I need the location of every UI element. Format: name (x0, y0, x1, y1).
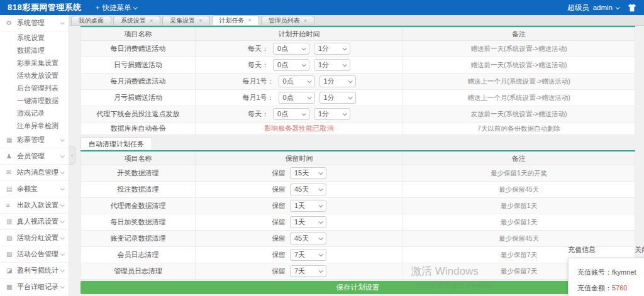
task-remark: 最少保留7天 (501, 267, 537, 275)
keep-days-select[interactable]: 7天 (290, 265, 326, 277)
task-name: 月亏损赠送活动 (114, 94, 162, 101)
minute-select[interactable]: 1分 (314, 59, 350, 71)
clean-table: 项目名称 保留时间 备注 开奖数据清理 保留 15天 最少保留1天的开奖 投注数… (80, 151, 635, 280)
sidebar-group-2[interactable]: ♟ 会员管理 (0, 148, 69, 165)
minute-select[interactable]: 1分 (314, 108, 350, 120)
task-name: 账变记录数据清理 (111, 234, 166, 242)
sidebar-item[interactable]: 数据清理 (0, 44, 69, 57)
sidebar-group-4[interactable]: ▤ 余额宝 (0, 181, 69, 197)
task-remark: 最少保留7天 (501, 251, 537, 258)
plan-panel: 项目名称 计划开始时间 备注 每日消费赠送活动 每天： 0点 1分 赠送前一天(… (80, 26, 635, 135)
sidebar-item[interactable]: 彩票采集设置 (0, 57, 69, 69)
minute-select[interactable]: 1分 (319, 75, 356, 87)
chevron-down-icon (307, 79, 311, 83)
task-remark: 最少保留1天的开奖 (491, 169, 547, 177)
keep-label: 保留 (272, 168, 286, 178)
sidebar-group-6[interactable]: ▥ 真人视讯设置 (0, 214, 69, 230)
plan-table-header-row: 项目名称 计划开始时间 备注 (81, 28, 635, 41)
chevron-down-icon (319, 219, 323, 224)
sidebar-item[interactable]: 注单异常检测 (0, 119, 69, 132)
chevron-down-icon (343, 62, 347, 67)
chevron-down-icon (319, 252, 323, 256)
theme-shirt-icon[interactable] (628, 4, 636, 12)
sidebar-item[interactable]: 游戏记录 (0, 107, 69, 119)
sidebar-collapse-handle[interactable]: ‹ (69, 146, 75, 165)
sidebar-group-5[interactable]: ≡ 出款入款设置 (0, 197, 69, 214)
save-plan-button[interactable]: 保存计划设置 (80, 281, 635, 294)
tab-bar: 我的桌面 系统设置 × 采集设置 × 计划任务 × 管理员列表 × (69, 15, 644, 26)
tab-0[interactable]: 我的桌面 (71, 16, 111, 25)
hour-select[interactable]: 0点 (273, 43, 309, 55)
tab-1[interactable]: 系统设置 × (113, 16, 160, 25)
keep-days-select[interactable]: 1天 (290, 200, 326, 212)
sidebar-item[interactable]: 系统设置 (0, 31, 69, 44)
recharge-popup-close-button[interactable]: 关闭 (635, 245, 644, 255)
yuebao-icon: ▤ (6, 185, 14, 192)
schedule-label: 每天： (248, 109, 269, 119)
sidebar-group-10[interactable]: ▩ 平台详细记录 (0, 279, 69, 295)
task-name: 开奖数据清理 (118, 169, 159, 177)
col-header-name: 项目名称 (81, 28, 196, 41)
close-icon[interactable]: × (304, 18, 307, 24)
close-icon[interactable]: × (150, 18, 153, 24)
keep-label: 保留 (272, 234, 286, 243)
minute-select[interactable]: 1分 (314, 43, 350, 55)
user-menu[interactable]: admin (593, 4, 619, 11)
table-row: 账变记录数据清理 保留 45天 最少保留45天 (81, 231, 635, 247)
chevron-down-icon (60, 268, 65, 272)
table-row: 代理下线会员投注返点发放 每天： 0点 1分 发放前一天(系统设置->赠送活动) (81, 106, 635, 123)
tab-3[interactable]: 计划任务 × (212, 15, 259, 25)
chevron-down-icon (319, 236, 323, 240)
hour-select[interactable]: 0点 (273, 108, 309, 120)
task-remark: 发放前一天(系统设置->赠送活动) (470, 110, 567, 118)
sidebar-item[interactable]: 活动发放设置 (0, 69, 69, 82)
close-icon[interactable]: × (248, 18, 252, 23)
keep-label: 保留 (272, 250, 286, 260)
tab-2[interactable]: 采集设置 × (162, 16, 209, 25)
keep-days-select[interactable]: 7天 (290, 249, 326, 261)
task-remark: 7天以前的备份数据自动删除 (477, 124, 560, 132)
hour-select[interactable]: 0点 (279, 75, 315, 87)
top-header: 818彩票网管理系统 + 快捷菜单 超级员 admin (0, 0, 644, 15)
sidebar-group-9[interactable]: ◪ 盈利亏损统计 (0, 263, 69, 279)
task-remark: 最少保留45天 (499, 234, 539, 242)
hour-select[interactable]: 0点 (273, 59, 309, 71)
keep-label: 保留 (272, 217, 286, 227)
sidebar-group-1[interactable]: ▦ 彩票管理 (0, 132, 69, 148)
task-name: 代理下线会员投注返点发放 (97, 110, 180, 118)
keep-days-select[interactable]: 45天 (290, 233, 326, 244)
task-remark: 赠送上一个月(系统设置->赠送活动) (467, 94, 570, 101)
schedule-label: 每天： (248, 44, 269, 53)
quick-menu-button[interactable]: + 快捷菜单 (96, 3, 137, 13)
minute-select[interactable]: 1分 (319, 92, 356, 104)
task-remark: 赠送前一天(系统设置->赠送活动) (470, 61, 567, 69)
sidebar-item[interactable]: 一键清理数据 (0, 94, 69, 107)
keep-label: 保留 (272, 201, 286, 211)
task-name: 每日加奖数据清理 (111, 218, 166, 226)
chevron-down-icon (133, 5, 138, 9)
keep-label: 保留 (272, 266, 286, 276)
chevron-down-icon (302, 46, 306, 50)
keep-days-select[interactable]: 1天 (290, 216, 326, 228)
backup-cancelled-notice[interactable]: 影响服务器性能已取消 (265, 124, 334, 132)
sidebar-item[interactable]: 后台管理列表 (0, 82, 69, 94)
chevron-down-icon (60, 153, 65, 158)
sidebar-group-0[interactable]: ⚙ 系统管理 (0, 15, 69, 31)
table-row: 月亏损赠送活动 每月1号： 0点 1分 赠送上一个月(系统设置->赠送活动) (81, 90, 635, 106)
chevron-down-icon (319, 203, 323, 207)
sidebar-group-7[interactable]: ▧ 活动分红设置 (0, 230, 69, 246)
chevron-down-icon (60, 20, 65, 25)
hour-select[interactable]: 0点 (279, 92, 315, 104)
recharge-amount-value: 5760 (612, 284, 627, 292)
chevron-down-icon (60, 170, 65, 174)
sidebar-group-3[interactable]: ✉ 站内消息管理 (0, 165, 69, 181)
task-name: 管理员日志清理 (114, 267, 162, 275)
keep-days-select[interactable]: 15天 (290, 167, 326, 179)
tab-4[interactable]: 管理员列表 × (261, 16, 314, 25)
plus-icon: + (96, 4, 100, 11)
task-name: 日亏损赠送活动 (114, 61, 162, 69)
keep-days-select[interactable]: 45天 (290, 184, 326, 195)
sidebar-group-8[interactable]: ▨ 活动公告管理 (0, 246, 69, 263)
chevron-down-icon (343, 46, 347, 50)
close-icon[interactable]: × (199, 18, 202, 24)
